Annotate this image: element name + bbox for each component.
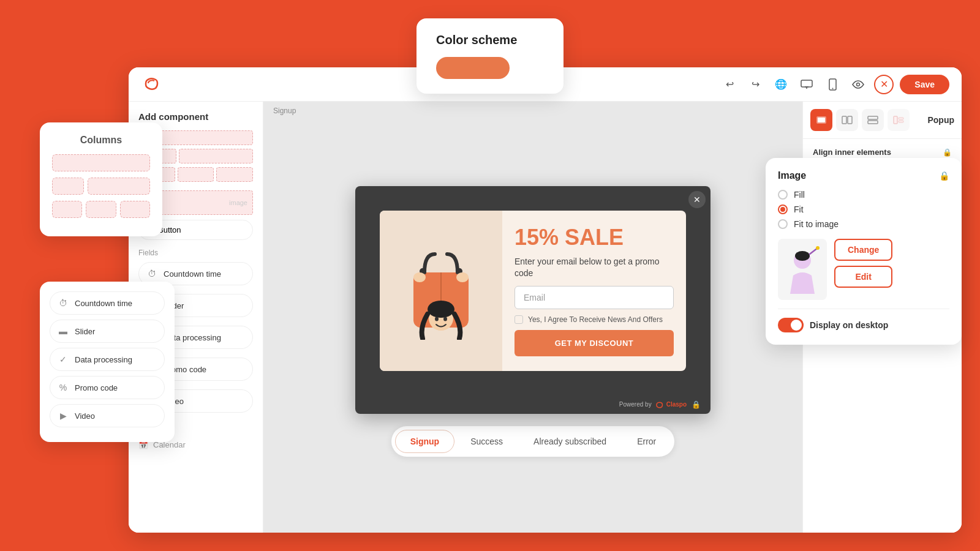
image-thumbnail (778, 239, 827, 300)
countdown-time-field[interactable]: ⏱ Countdown time (50, 291, 165, 315)
popup-checkbox-label: Yes, I Agree To Receive News And Offers (528, 315, 663, 324)
powered-logo-icon (654, 400, 664, 409)
fit-to-image-radio[interactable] (778, 219, 788, 229)
image-card: Image 🔒 Fill Fit Fit to image (766, 158, 962, 345)
fit-to-image-option[interactable]: Fit to image (778, 219, 949, 229)
svg-point-15 (456, 272, 469, 282)
svg-point-32 (795, 251, 810, 261)
svg-point-14 (413, 272, 426, 282)
display-on-desktop-toggle[interactable] (778, 318, 804, 332)
data-processing-field[interactable]: ✓ Data processing (50, 348, 165, 371)
svg-rect-22 (894, 116, 897, 124)
video-field[interactable]: ▶ Video (50, 404, 165, 427)
save-button[interactable]: Save (900, 75, 949, 94)
canvas-tabs: Signup Success Already subscribed Error (391, 426, 675, 457)
svg-rect-19 (848, 116, 852, 124)
image-card-title: Image (778, 170, 806, 181)
svg-point-5 (857, 83, 860, 86)
tab-already-subscribed[interactable]: Already subscribed (519, 430, 621, 453)
logo-icon (141, 75, 160, 94)
svg-rect-0 (801, 80, 812, 87)
edit-image-button[interactable]: Edit (834, 266, 892, 288)
preview-button[interactable] (848, 75, 868, 94)
svg-point-13 (443, 317, 447, 321)
svg-point-33 (816, 246, 820, 250)
right-panel-type-icons: Popup (803, 102, 962, 139)
svg-rect-20 (868, 116, 878, 119)
desktop-view-button[interactable] (797, 75, 816, 94)
promo-code-field[interactable]: % Promo code (50, 376, 165, 399)
fit-option[interactable]: Fit (778, 204, 949, 214)
tab-signup[interactable]: Signup (395, 430, 454, 453)
svg-rect-18 (842, 116, 846, 124)
color-scheme-swatch[interactable] (436, 57, 510, 79)
popup-inner: 15% SALE Enter your email below to get a… (380, 211, 686, 371)
fill-option[interactable]: Fill (778, 190, 949, 200)
image-card-header: Image 🔒 (778, 170, 949, 181)
rp-popup-label: Popup (927, 115, 954, 125)
tab-success[interactable]: Success (456, 430, 518, 453)
popup-image-side (380, 211, 502, 371)
columns-card: Columns (40, 122, 162, 236)
column-3col[interactable] (52, 201, 150, 218)
globe-button[interactable]: 🌐 (771, 75, 791, 94)
popup-close-button[interactable]: ✕ (688, 191, 706, 208)
rp-icon-layout-1[interactable] (836, 109, 858, 131)
canvas-content: ✕ (263, 120, 802, 533)
slider-field[interactable]: ▬ Slider (50, 320, 165, 343)
image-actions: Change Edit (834, 239, 892, 288)
header-icons: ↩ ↪ 🌐 ✕ Save (720, 75, 949, 94)
column-1col[interactable] (52, 154, 150, 171)
video-field-icon: ▶ (58, 410, 69, 421)
color-scheme-title: Color scheme (436, 33, 544, 47)
popup-checkbox-row: Yes, I Agree To Receive News And Offers (514, 315, 674, 324)
rp-align-title: Align inner elements 🔒 (813, 148, 952, 157)
svg-point-4 (832, 88, 833, 89)
columns-card-title: Columns (52, 135, 150, 146)
fields-card: ⏱ Countdown time ▬ Slider ✓ Data process… (40, 282, 175, 442)
promo-code-field-icon: % (58, 382, 69, 393)
mobile-view-button[interactable] (823, 75, 842, 94)
powered-by-label: Powered by (619, 401, 652, 408)
bag-illustration (401, 242, 481, 340)
slider-field-icon: ▬ (58, 326, 69, 337)
canvas-label: Signup (263, 102, 306, 120)
left-panel-title: Add component (138, 111, 253, 122)
rp-icon-popup-selected[interactable] (810, 109, 832, 131)
popup-subtitle: Enter your email below to get a promo co… (514, 256, 674, 280)
popup-email-input[interactable]: Email (514, 286, 674, 309)
svg-point-11 (428, 301, 454, 318)
change-image-button[interactable]: Change (834, 239, 892, 261)
display-on-desktop-row: Display on desktop (778, 309, 949, 332)
tab-error[interactable]: Error (622, 430, 671, 453)
data-processing-field-icon: ✓ (58, 354, 69, 365)
popup-cta-button[interactable]: GET MY DISCOUNT (514, 330, 674, 356)
fill-radio[interactable] (778, 190, 788, 200)
rp-icon-layout-3[interactable] (888, 109, 910, 131)
fit-radio[interactable] (778, 204, 788, 214)
image-lock-icon: 🔒 (939, 171, 949, 181)
svg-rect-23 (899, 118, 903, 119)
powered-lock-icon: 🔒 (692, 400, 701, 409)
popup-sale-text: 15% SALE (514, 225, 674, 250)
popup-checkbox[interactable] (514, 315, 523, 324)
svg-rect-21 (868, 121, 878, 124)
image-preview-area: Change Edit (778, 239, 949, 300)
popup-content-side: 15% SALE Enter your email below to get a… (502, 211, 686, 371)
image-fit-options: Fill Fit Fit to image (778, 190, 949, 229)
display-on-desktop-label: Display on desktop (810, 320, 888, 330)
close-editor-button[interactable]: ✕ (874, 75, 894, 94)
canvas-tabs-container: Signup Success Already subscribed Error (391, 426, 675, 467)
redo-button[interactable]: ↪ (745, 75, 765, 94)
svg-rect-17 (818, 118, 825, 122)
svg-rect-24 (899, 121, 903, 122)
popup-container: ✕ (355, 186, 710, 414)
countdown-time-icon: ⏱ (58, 298, 69, 309)
undo-button[interactable]: ↩ (720, 75, 739, 94)
powered-brand-label: Claspo (666, 401, 687, 408)
color-scheme-card: Color scheme (417, 18, 564, 94)
countdown-icon: ⏱ (146, 268, 157, 279)
rp-icon-layout-2[interactable] (862, 109, 884, 131)
popup-footer: Powered by Claspo 🔒 (355, 395, 710, 414)
column-2col[interactable] (52, 178, 150, 195)
